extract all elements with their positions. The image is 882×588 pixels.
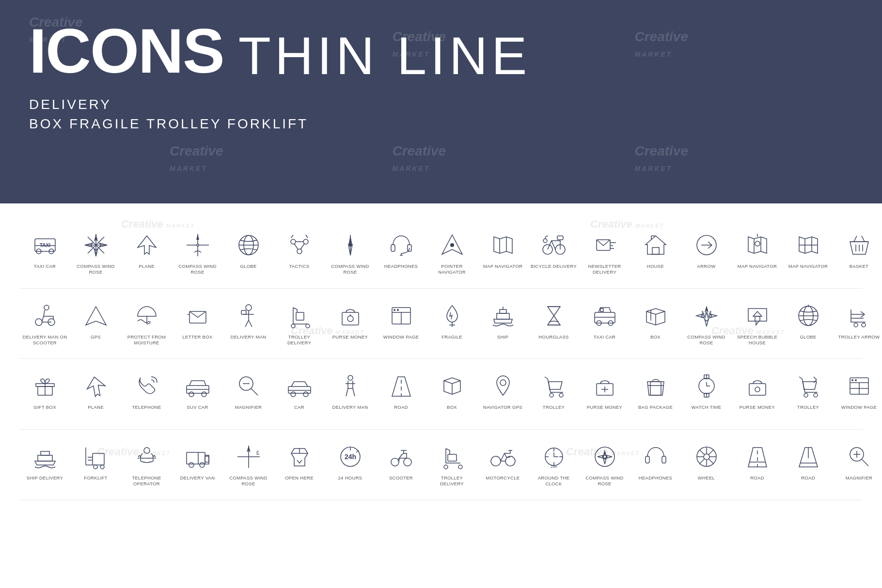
icon-item-window: WINDOW PAGE <box>376 298 426 343</box>
watermark-4: CreativeMARKET <box>634 143 688 174</box>
svg-point-22 <box>303 239 308 244</box>
compass-simple-icon <box>183 231 212 260</box>
wm-gray-4: Creative MARKET <box>711 325 785 337</box>
icon-item-purse4: PURSE MONEY <box>732 369 783 413</box>
icon-item-trolley-del2: TROLLEY DELIVERY <box>426 439 477 490</box>
icon-item-scooter: SCOOTER <box>376 439 426 484</box>
trolley-del2-icon <box>438 442 467 471</box>
svg-point-162 <box>814 393 818 397</box>
compass-star-icon <box>81 231 110 260</box>
road2-icon <box>743 442 772 471</box>
label-taxi-car: TAXI CAR <box>34 263 56 269</box>
label-wheel: WHEEL <box>698 475 715 481</box>
icon-item-basket: BASKET <box>834 228 882 272</box>
icon-row-4: SHIP DELIVERY FORKLIFT <box>19 430 863 500</box>
icon-item-delivery-man2: DELIVERY MAN <box>325 369 376 413</box>
svg-point-186 <box>200 463 205 467</box>
icon-item-compass-w: W COMPASS WIND ROSE <box>681 298 732 349</box>
icon-item-nav-gps: NAVIGATOR GPS <box>477 369 528 413</box>
svg-point-91 <box>397 309 399 311</box>
svg-line-231 <box>709 459 713 464</box>
label-window: WINDOW PAGE <box>383 334 419 340</box>
label-basket: BASKET <box>850 263 868 269</box>
label-arrow: ARROW <box>697 263 716 269</box>
icon-item-speech-house: SPEECH BUBBLE HOUSE <box>732 298 783 349</box>
icon-item-gps: GPS <box>70 298 121 343</box>
window-icon <box>387 301 416 330</box>
icons-section: Creative MARKET Creative MARKET Creative… <box>0 203 882 515</box>
purse4-icon <box>743 371 772 401</box>
icon-item-car: CAR <box>274 369 325 413</box>
pointer-nav-icon <box>438 231 467 260</box>
svg-marker-50 <box>646 236 666 254</box>
svg-point-76 <box>246 305 252 310</box>
icon-item-trolley-arrow: TROLLEY ARROW <box>834 298 882 343</box>
taxi-icon: TAXI <box>31 231 60 260</box>
svg-rect-51 <box>652 248 659 254</box>
watch-icon <box>692 371 721 401</box>
motorcycle-icon <box>488 442 518 471</box>
label-globe2: GLOBE <box>800 334 816 340</box>
svg-rect-111 <box>755 316 760 321</box>
bicycle-delivery-icon <box>539 231 568 260</box>
label-taxi-car2: TAXI CAR <box>594 334 616 340</box>
label-plane: PLANE <box>139 263 155 269</box>
van-icon <box>183 442 212 471</box>
svg-marker-218 <box>603 458 606 464</box>
icon-item-window2: WINDOW PAGE <box>834 369 882 413</box>
icon-item-umbrella: PROTECT FROM MOISTURE <box>121 298 172 349</box>
watermark-5: CreativeMARKET <box>170 143 223 174</box>
watermark-1: CreativeMARKET <box>29 15 83 46</box>
label-map-nav: MAP NAVIGATOR <box>483 263 522 269</box>
icon-item-newsletter: NEWSLETTER DELIVERY <box>579 228 630 279</box>
label-nav-gps: NAVIGATOR GPS <box>483 404 522 410</box>
wm-gray-6: Creative MARKET <box>566 446 640 458</box>
icon-item-ship-delivery: SHIP DELIVERY <box>19 439 70 484</box>
label-bag: BAG PACKAGE <box>638 404 673 410</box>
label-trolley-del2: TROLLEY DELIVERY <box>428 475 475 487</box>
svg-rect-158 <box>749 384 766 395</box>
svg-rect-188 <box>205 456 209 462</box>
svg-line-138 <box>353 388 355 396</box>
icon-item-compass-arrow2: E COMPASS WIND ROSE <box>223 439 274 490</box>
box2-icon <box>438 371 467 401</box>
label-headphones: HEADPHONES <box>384 263 418 269</box>
trolley-arrow-icon <box>845 301 874 330</box>
svg-point-21 <box>291 239 296 244</box>
label-globe: GLOBE <box>240 263 256 269</box>
icon-item-telephone: TELEPHONE <box>121 369 172 413</box>
icon-item-purse3: PURSE MONEY <box>579 369 630 413</box>
icon-item-wheel: WHEEL <box>681 439 732 484</box>
umbrella-icon <box>132 301 161 330</box>
label-open-here: OPEN HERE <box>285 475 314 481</box>
label-window2: WINDOW PAGE <box>841 404 877 410</box>
svg-point-133 <box>303 392 308 397</box>
svg-point-12 <box>197 244 199 246</box>
svg-point-203 <box>458 465 462 469</box>
label-house: HOUSE <box>647 263 664 269</box>
svg-marker-72 <box>86 307 106 325</box>
gift-icon <box>31 371 60 401</box>
icon-item-taxi-car2: TAXI CAR <box>579 298 630 343</box>
svg-point-143 <box>500 380 506 386</box>
label-tactics: TACTICS <box>289 263 309 269</box>
label-scooter-man: DELIVERY MAN ON SCOOTER <box>21 334 68 346</box>
svg-point-135 <box>348 375 353 380</box>
svg-line-160 <box>799 377 802 379</box>
icon-item-globe: GLOBE <box>223 228 274 272</box>
open-here-icon <box>285 442 314 471</box>
svg-point-116 <box>854 323 858 327</box>
headphones-icon <box>387 231 416 260</box>
svg-point-32 <box>349 244 352 247</box>
icon-row-3: GIFT BOX PLANE <box>19 359 863 430</box>
label-headphones2: HEADPHONES <box>639 475 673 481</box>
house-icon <box>641 231 670 260</box>
label-forklift: FORKLIFT <box>84 475 107 481</box>
label-24hours: 24 HOURS <box>338 475 362 481</box>
watermark-2: CreativeMARKET <box>634 29 688 60</box>
compass-arrow2-icon: E <box>234 442 263 471</box>
delivery-man2-icon <box>336 371 365 401</box>
svg-point-70 <box>35 319 42 325</box>
svg-text:24h: 24h <box>344 453 356 461</box>
label-purse4: PURSE MONEY <box>740 404 775 410</box>
